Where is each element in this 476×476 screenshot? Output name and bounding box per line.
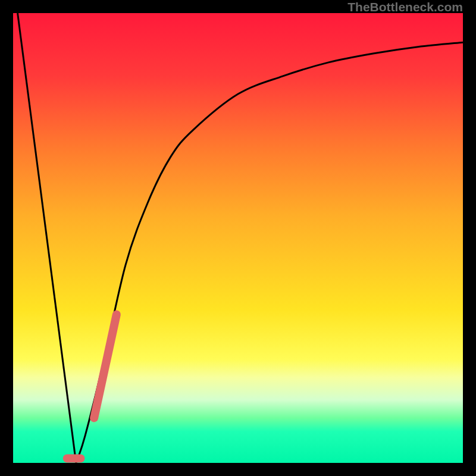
curve-left	[18, 13, 76, 463]
curve-right	[76, 42, 463, 463]
chart-container: TheBottleneck.com	[0, 0, 476, 476]
annotation-long-tick	[94, 315, 117, 418]
watermark: TheBottleneck.com	[347, 0, 463, 14]
chart-svg	[13, 13, 463, 463]
